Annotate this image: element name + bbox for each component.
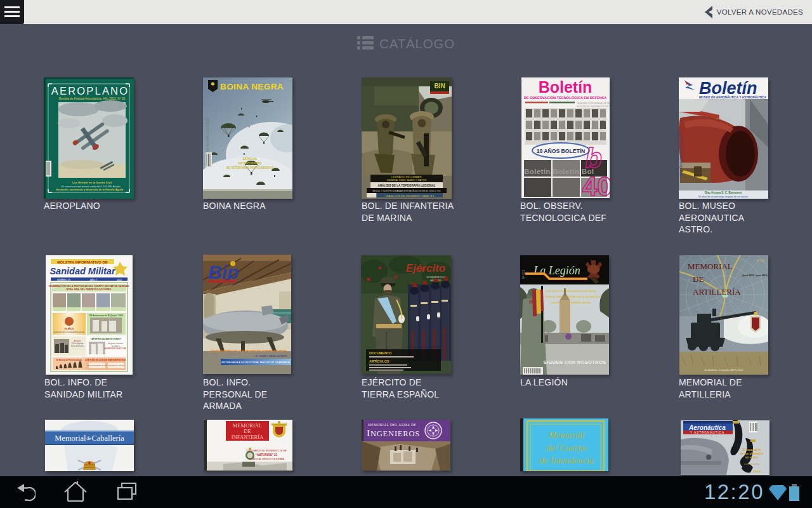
svg-text:DE VETERANOS PARACAIDISTAS: DE VETERANOS PARACAIDISTAS — [226, 166, 274, 170]
svg-text:150 Aniversario de 'El Quijote: 150 Aniversario de 'El Quijote' 2005 — [89, 314, 123, 317]
svg-text:Nº 522: Nº 522 — [521, 269, 525, 279]
svg-text:de los ministerios: de los ministerios — [71, 345, 84, 347]
svg-text:«APUNTES DEL MAYOR VIVERO»: «APUNTES DEL MAYOR VIVERO» — [91, 338, 122, 340]
svg-text:DOCUMENTO: DOCUMENTO — [369, 351, 391, 355]
svg-text:LA LEGIÓN EN SIERRA LEONA: LA LEGIÓN EN SIERRA LEONA — [551, 301, 591, 304]
svg-text:Los Heinkel en la Guerra Civil: Los Heinkel en la Guerra Civil — [72, 181, 112, 184]
svg-text:Boletín: Boletín — [699, 79, 757, 98]
svg-text:LOS HIJOS DE LOS QUE MARCHARON: LOS HIJOS DE LOS QUE MARCHARON 1936 — [85, 359, 126, 361]
svg-text:MEMORIAL: MEMORIAL — [688, 262, 733, 271]
svg-text:EE.UU. Y SUS PROGRAMAS ESTRATÉ: EE.UU. Y SUS PROGRAMAS ESTRATÉGICOS EN E… — [373, 189, 441, 192]
svg-text:350 AÑOS AL SERVICIO DE ESPAÑA: 350 AÑOS AL SERVICIO DE ESPAÑA — [249, 457, 285, 460]
svg-text:60 AÑOS: 60 AÑOS — [65, 327, 74, 330]
svg-text:GENERAL USMC JAMES T. MATTIS: GENERAL USMC JAMES T. MATTIS — [387, 179, 427, 182]
svg-text:Ejército: Ejército — [406, 262, 445, 274]
svg-text:SUBDIRECCIÓN GENERAL DE TECNOL: SUBDIRECCIÓN GENERAL DE TECNOLOGÍA E INN… — [577, 102, 610, 105]
svg-text:así como a: así como a — [112, 345, 120, 347]
svg-text:UNA ACCIÓN DEL REGIMIENTO NAVA: UNA ACCIÓN DEL REGIMIENTO NAVAL Nº1 — [386, 194, 435, 197]
svg-text:del gentío, heroísmo: del gentío, heroísmo — [108, 342, 123, 345]
svg-text:LIDERAZGO EN COMBATE: LIDERAZGO EN COMBATE — [391, 176, 422, 178]
svg-text:BIN: BIN — [434, 83, 445, 90]
svg-text:“ASTURIAS” 31: “ASTURIAS” 31 — [256, 453, 278, 457]
svg-text:EL LEGADO NAVAL EN PAPEL: EL LEGADO NAVAL EN PAPEL — [256, 355, 288, 358]
svg-text:Memorial: Memorial — [547, 430, 584, 440]
svg-text:BOINA NEGRA: BOINA NEGRA — [220, 82, 284, 91]
svg-text:ESPECIAL: ESPECIAL — [243, 157, 258, 161]
svg-text:extra: extra — [753, 469, 761, 473]
svg-text:DE: DE — [693, 274, 704, 284]
svg-text:celebrado en el año del: celebrado en el año del — [108, 364, 124, 366]
svg-text:NTRA. SRA. DEL PERPETUO SOCORR: NTRA. SRA. DEL PERPETUO SOCORRO — [67, 288, 112, 291]
svg-text:texto conmemorativo del acto: texto conmemorativo del acto — [87, 364, 107, 366]
svg-text:SIGUEN CON NOSOTROS: SIGUEN CON NOSOTROS — [544, 359, 606, 365]
svg-text:AEROPLANO: AEROPLANO — [51, 85, 129, 97]
svg-text:10 AÑOS BOLETÍN: 10 AÑOS BOLETÍN — [537, 148, 586, 154]
svg-text:Nº 169: Nº 169 — [757, 259, 765, 262]
svg-text:ANÁLISIS DE LA TOPOGRAFÍA LEGI: ANÁLISIS DE LA TOPOGRAFÍA LEGIONAL — [377, 183, 435, 187]
svg-text:El escuadrón: El escuadrón — [743, 448, 761, 451]
svg-text:El Museo de Farmacología: El Museo de Farmacología — [56, 359, 82, 361]
svg-text:CUMPLEAÑOS DEL REGIMIENTO DE I: CUMPLEAÑOS DEL REGIMIENTO DE INF. — [246, 449, 287, 452]
svg-text:Clínica Sagrada: Clínica Sagrada — [72, 342, 84, 345]
svg-text:XIII ENCUENTRO: XIII ENCUENTRO — [238, 162, 262, 165]
svg-text:INFANTERÍA: INFANTERÍA — [232, 434, 264, 440]
svg-text:b: b — [585, 142, 602, 173]
svg-text:Gestación, nacimiento y desarr: Gestación, nacimiento y desarrollo de la… — [56, 188, 124, 191]
svg-text:BOINA NEGRA JULIO 2012: BOINA NEGRA JULIO 2012 — [206, 118, 209, 157]
svg-text:EL TERCIO GRAN CAPITÁN HACE SU: EL TERCIO GRAN CAPITÁN HACE SU RELEVO — [541, 295, 601, 298]
svg-text:Memorial de Caballería: Memorial de Caballería — [55, 434, 124, 443]
svg-text:de los ultimados: de los ultimados — [740, 452, 764, 455]
svg-text:promoción de la Sanidad Milita: promoción de la Sanidad Militar por los — [54, 331, 85, 333]
svg-text:Aeronáutica: Aeronáutica — [688, 424, 726, 431]
svg-text:ARTILLERÍA: ARTILLERÍA — [693, 287, 741, 297]
svg-text:LA EMERGENCIA NACIONAL: LA EMERGENCIA NACIONAL — [104, 347, 127, 350]
svg-text:50 años de un aterrizaje singu: 50 años de un aterrizaje singular de un … — [698, 196, 749, 198]
svg-text:Sanidad Militar: Sanidad Militar — [49, 266, 115, 276]
svg-text:Revista de Historia Aeronáutic: Revista de Historia Aeronáutica, Año 201… — [59, 97, 126, 100]
svg-text:2012: 2012 — [117, 279, 122, 281]
svg-text:40 aniversario del primer vuel: 40 aniversario del primer vuelo del C.10… — [61, 185, 121, 188]
svg-text:125 ANIVERSARIO DE LA BOTADURA: 125 ANIVERSARIO DE LA BOTADURA DEL SUBMA… — [210, 349, 287, 352]
svg-text:LOS ACTOS CENTRALES DE LA FIES: LOS ACTOS CENTRALES DE LA FIESTA — [546, 290, 596, 293]
svg-text:BOLETIN INFORMATIVO DE: BOLETIN INFORMATIVO DE — [57, 260, 108, 264]
svg-text:Díaz Arcaya S. C. Barnuevo: Díaz Arcaya S. C. Barnuevo — [705, 191, 742, 194]
svg-text:DE OBSERVACIÓN TECNOLÓGICA EN: DE OBSERVACIÓN TECNOLÓGICA EN DEFENSA — [524, 95, 607, 100]
svg-text:Boletín: Boletín — [539, 78, 593, 96]
svg-text:de Artillería. Campaña (ATP) 2: de Artillería. Campaña (ATP) 2012 — [705, 368, 744, 371]
svg-text:ENTREGADA A SU EDITORIAL MAYOR: ENTREGADA A SU EDITORIAL MAYOR DE LA ARM… — [221, 361, 290, 364]
svg-text:MUSEO DE AERONÁUTICA Y ASTRONÁ: MUSEO DE AERONÁUTICA Y ASTRONÁUTICA — [699, 95, 766, 99]
svg-text:entre lo veloz: entre lo veloz — [744, 462, 759, 465]
svg-text:en el aire: en el aire — [745, 456, 758, 459]
svg-text:AÑO 5: AÑO 5 — [90, 278, 97, 281]
svg-text:ARTÍCULOS: ARTÍCULOS — [369, 359, 390, 363]
svg-text:BOLETÍN DE OBSERVACIÓN TECNOLÓ: BOLETÍN DE OBSERVACIÓN TECNOLÓGICA Nº 40 — [577, 105, 610, 108]
svg-text:NÚMERO 19: NÚMERO 19 — [57, 278, 70, 281]
svg-text:MEMORIAL DEL ARMA DE: MEMORIAL DEL ARMA DE — [368, 423, 416, 427]
svg-text:de Intendencia: de Intendencia — [539, 455, 594, 465]
svg-text:del Cuerpo: del Cuerpo — [546, 443, 587, 453]
svg-text:INGENIEROS: INGENIEROS — [367, 427, 420, 438]
svg-text:Acuerdo: Acuerdo — [74, 340, 81, 342]
svg-text:Y ASTRONÁUTICA: Y ASTRONÁUTICA — [690, 431, 724, 434]
svg-text:40: 40 — [582, 171, 610, 198]
svg-text:(junio 2012 - junio 2013): (junio 2012 - junio 2013) — [742, 274, 768, 277]
svg-text:Julio - Diciembre 2012 Boletí: Julio - Diciembre 2012 Boletín nº 72 — [679, 130, 683, 177]
svg-text:CELEBRACIÓN DE LA FESTIVIDAD D: CELEBRACIÓN DE LA FESTIVIDAD DEL CUERPO … — [49, 284, 129, 288]
